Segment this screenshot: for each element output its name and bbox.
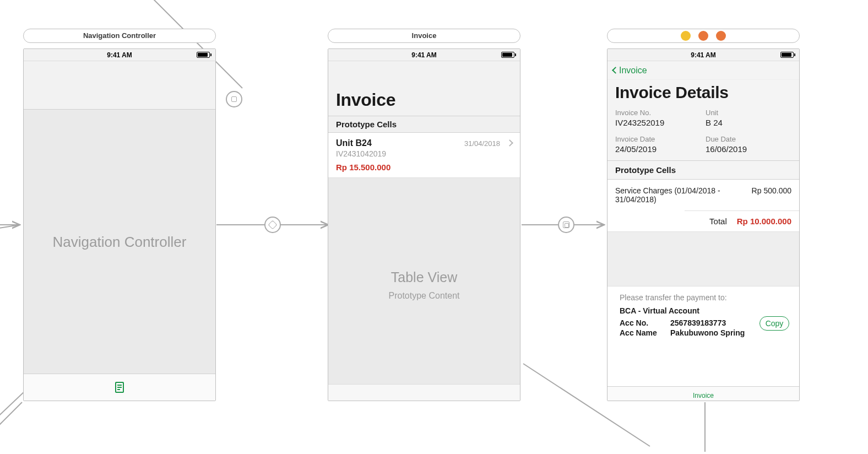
scene-title-invoice-details[interactable]	[607, 29, 800, 43]
tabbar	[24, 374, 215, 401]
scene-title-navcontroller[interactable]: Navigation Controller	[23, 29, 216, 43]
table-view-placeholder: Table View Prototype Content	[328, 186, 520, 384]
acc-name-value: Pakubuwono Spring	[670, 328, 745, 337]
acc-no-label: Acc No.	[620, 318, 665, 327]
prototype-content-label: Prototype Content	[389, 291, 460, 301]
svg-line-7	[0, 402, 22, 446]
field-due-date: Due Date 16/06/2019	[706, 135, 791, 154]
status-time: 9:41 AM	[691, 51, 716, 59]
segue-embed-icon[interactable]	[264, 217, 281, 233]
battery-icon	[197, 52, 210, 58]
acc-no-value: 2567839183773	[670, 318, 726, 327]
status-bar: 9:41 AM	[328, 49, 520, 61]
svg-line-8	[0, 225, 20, 231]
status-time: 9:41 AM	[107, 51, 132, 59]
segue-show-icon[interactable]	[558, 217, 574, 233]
battery-icon	[501, 52, 514, 58]
prototype-cells-header: Prototype Cells	[607, 161, 799, 180]
payment-hint: Please transfer the payment to:	[620, 293, 787, 302]
conflict-indicator-icon	[681, 31, 691, 41]
nav-controller-body: Navigation Controller	[24, 110, 215, 375]
table-view-label: Table View	[391, 269, 457, 285]
cell-amount: Rp 15.500.000	[336, 163, 500, 172]
scene-exit-icon	[716, 31, 726, 41]
tab-invoice-icon	[113, 381, 126, 394]
total-row: Total Rp 10.000.000	[685, 210, 799, 231]
scene-navigation-controller[interactable]: 9:41 AM Navigation Controller	[23, 48, 216, 401]
navigation-bar: Invoice	[607, 61, 799, 80]
header-block: Invoice Details Invoice No. IV243252019 …	[607, 80, 799, 161]
tab-invoice-label[interactable]: Invoice	[693, 392, 714, 399]
page-title: Invoice	[336, 90, 512, 110]
status-time: 9:41 AM	[411, 51, 437, 59]
cell-invoice-no: IV2431042019	[336, 149, 500, 158]
tabbar: Invoice	[607, 386, 799, 401]
navigation-bar: Invoice	[328, 61, 520, 116]
spacer	[607, 231, 799, 287]
chevron-left-icon	[612, 67, 619, 74]
line-item-label: Service Charges (01/04/2018 - 31/04/2018…	[615, 186, 724, 204]
navigation-bar	[24, 61, 215, 110]
scene-object-icon	[698, 31, 708, 41]
payment-block: Please transfer the payment to: BCA - Vi…	[607, 287, 799, 340]
field-unit: Unit B 24	[706, 109, 791, 127]
segue-relation-icon[interactable]	[226, 91, 242, 107]
cell-date: 31/04/2018	[464, 139, 500, 148]
total-value: Rp 10.000.000	[737, 217, 791, 226]
nav-controller-placeholder: Navigation Controller	[53, 234, 187, 251]
chevron-right-icon	[506, 139, 513, 147]
payment-bank: BCA - Virtual Account	[620, 306, 787, 315]
acc-name-label: Acc Name	[620, 328, 665, 337]
invoice-cell[interactable]: Unit B24 IV2431042019 Rp 15.500.000 31/0…	[328, 133, 520, 178]
back-button[interactable]: Invoice	[613, 66, 647, 75]
copy-button[interactable]: Copy	[760, 316, 789, 331]
scene-invoice-details[interactable]: 9:41 AM Invoice Invoice Details Invoice …	[607, 48, 800, 401]
battery-icon	[780, 52, 794, 58]
total-label: Total	[709, 217, 727, 226]
scene-title-invoice[interactable]: Invoice	[328, 29, 520, 43]
scene-invoice-list[interactable]: 9:41 AM Invoice Prototype Cells Unit B24…	[328, 48, 520, 401]
field-invoice-no: Invoice No. IV243252019	[615, 109, 701, 127]
line-item-value: Rp 500.000	[752, 186, 791, 195]
status-bar: 9:41 AM	[607, 49, 799, 61]
prototype-cells-header: Prototype Cells	[328, 116, 520, 133]
page-title: Invoice Details	[615, 83, 791, 102]
field-invoice-date: Invoice Date 24/05/2019	[615, 135, 701, 154]
line-item-row: Service Charges (01/04/2018 - 31/04/2018…	[607, 180, 799, 210]
status-bar: 9:41 AM	[24, 49, 215, 61]
back-label: Invoice	[619, 66, 647, 75]
